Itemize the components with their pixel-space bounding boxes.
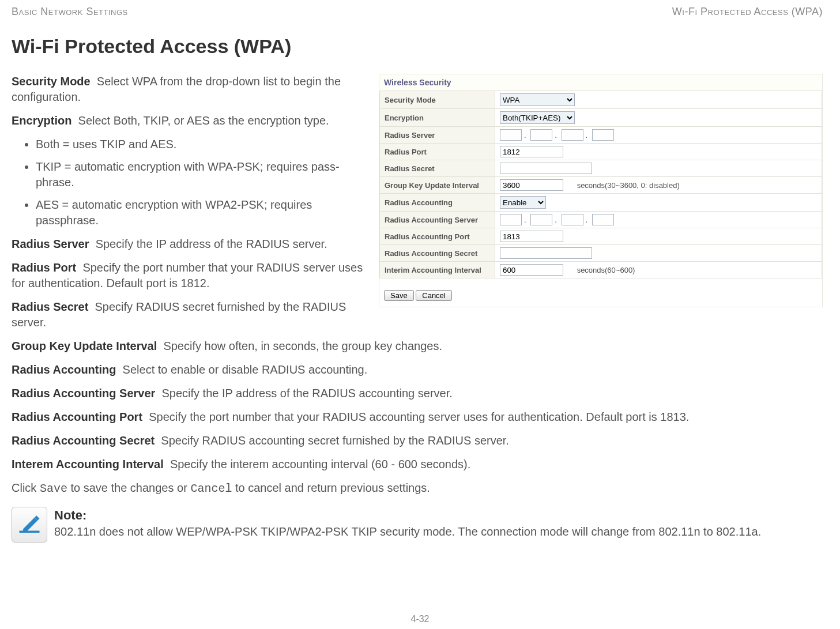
content-area: Wireless Security Security Mode WPA Encr… [12,74,823,543]
note-box: Note: 802.11n does not allow WEP/WPA-PSK… [12,507,823,543]
hint-group-key: seconds(30~3600, 0: disabled) [577,181,680,190]
bullet-both: Both = uses TKIP and AES. [36,137,359,152]
pencil-note-icon [12,507,47,543]
row-radius-port: Radius Port [380,144,822,160]
panel-table: Security Mode WPA Encryption Both(TKIP+A… [379,91,822,278]
ip-radius-server: . . . [495,127,822,144]
row-radius-server: Radius Server . . . [380,127,822,144]
lbl-radius-port: Radius Port [12,261,76,274]
input-interim[interactable] [500,264,563,276]
label-interim: Interim Accounting Interval [380,262,495,278]
txt-interem: Specify the interem accounting interval … [170,458,470,470]
bullet-aes: AES = automatic encryption with WPA2-PSK… [36,197,359,228]
row-radius-acc-secret: Radius Accounting Secret [380,245,822,262]
row-radius-acc: Radius Accounting Enable [380,194,822,212]
input-radius-acc-secret[interactable] [500,247,592,259]
svg-rect-0 [20,531,40,533]
radius-server-oct4[interactable] [592,129,614,141]
txt-radius-acc-port: Specify the port number that your RADIUS… [149,410,689,423]
page-title: Wi-Fi Protected Access (WPA) [12,35,823,58]
radius-acc-server-oct4[interactable] [592,214,614,225]
txt-radius-acc-secret: Specify RADIUS accounting secret furnish… [161,434,509,447]
mono-save: Save [40,482,67,495]
mono-cancel: Cancel [190,482,232,495]
row-encryption: Encryption Both(TKIP+AES) [380,109,822,127]
panel-title: Wireless Security [379,74,822,91]
lbl-radius-secret: Radius Secret [12,300,88,313]
header-left: Basic Network Settings [12,6,128,18]
lbl-encryption: Encryption [12,114,71,127]
input-group-key[interactable] [500,179,563,191]
lbl-group-key: Group Key Update Interval [12,340,157,352]
row-group-key: Group Key Update Interval seconds(30~360… [380,177,822,194]
hint-interim: seconds(60~600) [577,266,635,274]
page-number: 4-32 [0,614,840,624]
save-cancel-line: Click Save to save the changes or Cancel… [12,480,819,496]
lbl-security-mode: Security Mode [12,75,91,88]
label-security-mode: Security Mode [380,91,495,109]
label-encryption: Encryption [380,109,495,127]
bullet-tkip: TKIP = automatic encryption with WPA-PSK… [36,159,359,190]
row-radius-acc-server: Radius Accounting Server . . . [380,212,822,228]
input-radius-port[interactable] [500,146,563,157]
radius-server-oct2[interactable] [530,129,552,141]
row-interim: Interim Accounting Interval seconds(60~6… [380,262,822,278]
input-radius-secret[interactable] [500,163,592,174]
label-group-key: Group Key Update Interval [380,177,495,194]
input-radius-acc-port[interactable] [500,231,563,242]
lbl-interem: Interem Accounting Interval [12,458,164,470]
radius-server-oct1[interactable] [500,129,522,141]
row-radius-secret: Radius Secret [380,160,822,177]
note-title: Note: [54,507,761,524]
ip-radius-acc-server: . . . [495,212,822,228]
label-radius-port: Radius Port [380,144,495,160]
select-radius-acc[interactable]: Enable [500,196,546,209]
txt-radius-acc: Select to enable or disable RADIUS accou… [123,363,368,376]
header-right: Wi-Fi Protected Access (WPA) [672,6,823,18]
lbl-radius-acc: Radius Accounting [12,363,116,376]
label-radius-acc-port: Radius Accounting Port [380,228,495,245]
radius-acc-server-oct1[interactable] [500,214,522,225]
panel-buttons: Save Cancel [379,278,822,307]
wireless-security-panel: Wireless Security Security Mode WPA Encr… [379,74,823,307]
lbl-radius-acc-port: Radius Accounting Port [12,410,142,423]
panel-save-button[interactable]: Save [384,290,414,301]
note-body: 802.11n does not allow WEP/WPA-PSK TKIP/… [54,524,761,540]
row-security-mode: Security Mode WPA [380,91,822,109]
txt-radius-server: Specify the IP address of the RADIUS ser… [96,238,327,250]
txt-encryption: Select Both, TKIP, or AES as the encrypt… [78,114,329,127]
label-radius-acc-server: Radius Accounting Server [380,212,495,228]
label-radius-acc: Radius Accounting [380,194,495,212]
lbl-radius-acc-secret: Radius Accounting Secret [12,434,155,447]
lbl-radius-server: Radius Server [12,238,89,250]
panel-cancel-button[interactable]: Cancel [416,290,451,301]
label-radius-server: Radius Server [380,127,495,144]
radius-server-oct3[interactable] [562,129,583,141]
radius-acc-server-oct3[interactable] [562,214,583,225]
page-header: Basic Network Settings Wi-Fi Protected A… [12,6,823,18]
row-radius-acc-port: Radius Accounting Port [380,228,822,245]
label-radius-secret: Radius Secret [380,160,495,177]
select-security-mode[interactable]: WPA [500,93,575,106]
txt-group-key: Specify how often, in seconds, the group… [163,340,442,352]
txt-radius-acc-server: Specify the IP address of the RADIUS acc… [161,387,452,400]
label-radius-acc-secret: Radius Accounting Secret [380,245,495,262]
lbl-radius-acc-server: Radius Accounting Server [12,387,155,400]
radius-acc-server-oct2[interactable] [530,214,552,225]
select-encryption[interactable]: Both(TKIP+AES) [500,111,575,124]
